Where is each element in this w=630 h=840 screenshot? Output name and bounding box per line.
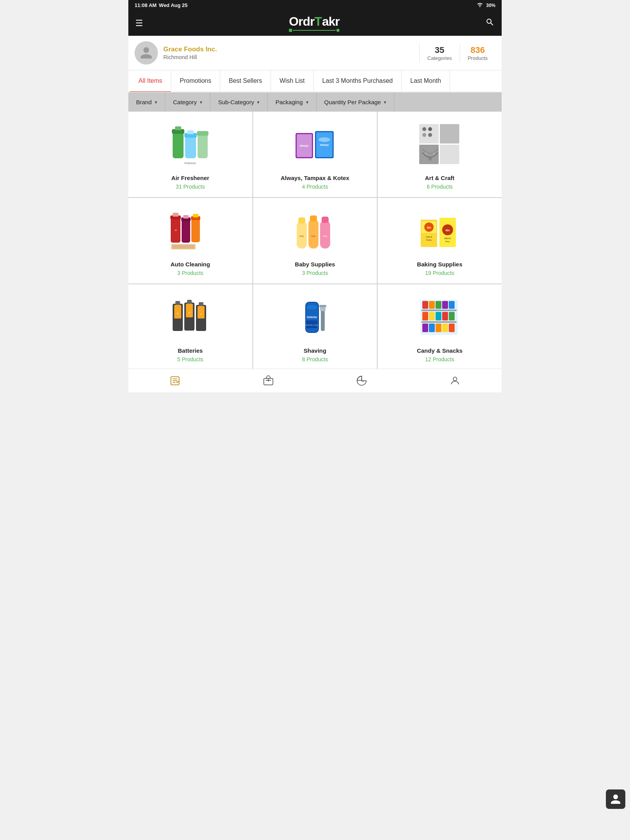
- svg-rect-98: [422, 324, 428, 332]
- categories-label: Categories: [427, 55, 452, 61]
- product-name-shaving: Shaving: [304, 347, 326, 354]
- svg-rect-96: [442, 312, 448, 320]
- time-display: 11:08 AM: [135, 2, 157, 8]
- profile-stats: 35 Categories 836 Products: [419, 44, 495, 63]
- svg-rect-89: [429, 301, 435, 309]
- product-name-always: Always, Tampax & Kotex: [281, 175, 349, 181]
- svg-point-111: [453, 377, 457, 381]
- svg-point-24: [429, 158, 432, 161]
- tab-last-3-months[interactable]: Last 3 Months Purchased: [314, 70, 402, 92]
- product-card-baking-supplies[interactable]: RH Cake & Pastry RH BREAD Flour Baking S…: [378, 198, 502, 284]
- product-card-batteries[interactable]: D D D Batteries 5 Products: [128, 284, 252, 369]
- svg-rect-91: [442, 301, 448, 309]
- filter-subcategory-label: Sub-Category: [218, 99, 254, 105]
- product-count-baby-supplies: 3 Products: [302, 270, 328, 276]
- categories-stat: 35 Categories: [420, 44, 460, 63]
- product-image-always: always always: [258, 119, 373, 170]
- filter-category[interactable]: Category ▾: [165, 93, 210, 112]
- svg-rect-17: [440, 124, 459, 144]
- svg-point-22: [422, 133, 426, 137]
- svg-rect-68: [186, 304, 193, 317]
- bottom-nav: [128, 369, 502, 392]
- svg-text:RH: RH: [446, 229, 450, 232]
- svg-rect-3: [185, 135, 196, 158]
- menu-icon[interactable]: ☰: [135, 18, 143, 28]
- bottom-nav-orders[interactable]: [163, 374, 187, 388]
- svg-point-15: [318, 137, 330, 142]
- date-display: Wed Aug 25: [159, 2, 188, 8]
- product-count-batteries: 5 Products: [177, 356, 203, 362]
- tab-last-month[interactable]: Last Month: [402, 70, 450, 92]
- filter-subcategory[interactable]: Sub-Category ▾: [210, 93, 268, 112]
- product-count-auto-cleaning: 3 Products: [177, 270, 203, 276]
- bottom-nav-profile[interactable]: [443, 374, 467, 388]
- tab-all-items[interactable]: All Items: [130, 70, 171, 93]
- filter-packaging[interactable]: Packaging ▾: [268, 93, 316, 112]
- product-card-shaving[interactable]: Gillette SHAVE GEL Shaving 8 Products: [253, 284, 377, 369]
- product-card-always[interactable]: always always Always, Tampax & Kotex 4 P…: [253, 112, 377, 197]
- profile-info: Grace Foods Inc. Richmond Hill: [163, 46, 415, 60]
- filter-qty-per-package[interactable]: Quantity Per Package ▾: [317, 93, 395, 112]
- product-card-art-craft[interactable]: Art & Craft 6 Products: [378, 112, 502, 197]
- svg-text:D: D: [177, 312, 179, 315]
- product-count-art-craft: 6 Products: [427, 184, 453, 190]
- svg-text:SHAVE GEL: SHAVE GEL: [305, 324, 318, 326]
- svg-rect-19: [440, 145, 459, 164]
- product-name-baking-supplies: Baking Supplies: [417, 261, 462, 268]
- svg-rect-82: [321, 310, 325, 331]
- product-name-auto-cleaning: Auto Cleaning: [170, 261, 210, 268]
- svg-rect-33: [191, 218, 200, 242]
- svg-text:Pastry: Pastry: [426, 239, 432, 241]
- svg-rect-63: [174, 305, 181, 318]
- search-icon[interactable]: [485, 18, 495, 29]
- bottom-nav-history[interactable]: [350, 374, 373, 388]
- svg-text:Gillette: Gillette: [306, 315, 317, 319]
- product-image-baking-supplies: RH Cake & Pastry RH BREAD Flour: [382, 206, 497, 256]
- product-card-air-freshener[interactable]: Febreze Air Freshener 31 Products: [128, 112, 252, 197]
- svg-rect-30: [182, 219, 190, 243]
- tab-promotions[interactable]: Promotions: [171, 70, 220, 92]
- svg-text:D: D: [189, 312, 191, 314]
- product-name-baby-supplies: Baby Supplies: [295, 261, 335, 268]
- tab-wish-list[interactable]: Wish List: [271, 70, 314, 92]
- svg-rect-86: [422, 310, 457, 311]
- product-count-candy-snacks: 12 Products: [425, 356, 454, 362]
- svg-text:baby: baby: [300, 235, 304, 237]
- svg-rect-87: [422, 321, 457, 323]
- svg-rect-42: [310, 215, 317, 222]
- svg-text:BREAD: BREAD: [444, 237, 451, 240]
- filter-bar: Brand ▾ Category ▾ Sub-Category ▾ Packag…: [128, 93, 502, 112]
- product-count-air-freshener: 31 Products: [176, 184, 205, 190]
- filter-qty-label: Quantity Per Package: [324, 99, 381, 105]
- product-card-baby-supplies[interactable]: baby baby baby Baby Supplies 3 Products: [253, 198, 377, 284]
- status-bar: 11:08 AM Wed Aug 25 30%: [128, 0, 502, 10]
- svg-text:baby: baby: [323, 235, 327, 237]
- svg-rect-44: [322, 217, 329, 223]
- status-time: 11:08 AM Wed Aug 25: [135, 2, 187, 8]
- svg-rect-99: [429, 324, 435, 332]
- svg-rect-43: [320, 220, 330, 248]
- logo-text-t: T: [314, 14, 322, 29]
- battery-display: 30%: [486, 3, 495, 8]
- product-card-candy-snacks[interactable]: Candy & Snacks 12 Products: [378, 284, 502, 369]
- filter-brand[interactable]: Brand ▾: [128, 93, 165, 112]
- tab-best-sellers[interactable]: Best Sellers: [220, 70, 271, 92]
- brand-chevron-icon: ▾: [155, 100, 157, 105]
- svg-text:always: always: [320, 144, 329, 147]
- svg-rect-6: [198, 133, 208, 158]
- svg-text:Febreze: Febreze: [185, 161, 196, 165]
- svg-rect-97: [449, 312, 455, 320]
- product-card-auto-cleaning[interactable]: M Auto Cleaning 3 Products: [128, 198, 252, 284]
- product-name-batteries: Batteries: [178, 347, 203, 354]
- svg-text:Flour: Flour: [445, 240, 450, 243]
- logo: Ordr T akr: [289, 14, 340, 32]
- logo-underline: [289, 29, 340, 32]
- products-label: Products: [468, 55, 488, 61]
- svg-rect-101: [442, 324, 448, 332]
- filter-brand-label: Brand: [136, 99, 152, 105]
- svg-point-23: [428, 133, 432, 137]
- svg-rect-73: [198, 306, 205, 318]
- bottom-nav-cart[interactable]: [257, 374, 280, 388]
- svg-point-26: [433, 152, 435, 155]
- svg-rect-69: [187, 300, 192, 304]
